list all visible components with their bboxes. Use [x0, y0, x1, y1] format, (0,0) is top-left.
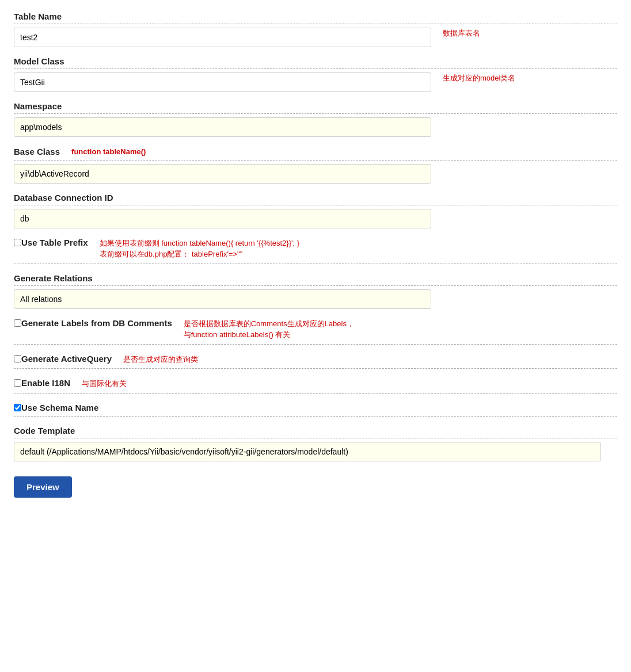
generate-relations-group: Generate Relations: [14, 273, 617, 309]
use-table-prefix-label: Use Table Prefix: [21, 238, 88, 247]
generate-labels-left: Generate Labels from DB Comments: [14, 318, 172, 328]
use-schema-name-label: Use Schema Name: [21, 403, 98, 413]
use-schema-name-group: Use Schema Name: [14, 403, 617, 417]
db-connection-group: Database Connection ID: [14, 193, 617, 228]
base-class-input[interactable]: [14, 164, 431, 184]
table-name-group: Table Name 数据库表名: [14, 12, 617, 47]
generate-labels-annotation-line1: 是否根据数据库表的Comments生成对应的Labels，: [184, 318, 354, 330]
generate-activequery-annotation: 是否生成对应的查询类: [123, 354, 198, 365]
enable-i18n-checkbox[interactable]: [14, 379, 21, 387]
use-table-prefix-annotation: 如果使用表前缀则 function tableName(){ return '{…: [100, 238, 299, 260]
code-template-label: Code Template: [14, 426, 617, 436]
generate-activequery-label: Generate ActiveQuery: [21, 354, 112, 364]
namespace-group: Namespace: [14, 101, 617, 137]
base-class-label: Base Class: [14, 147, 60, 156]
namespace-input[interactable]: [14, 117, 431, 137]
table-name-annotation: 数据库表名: [443, 28, 617, 39]
enable-i18n-annotation: 与国际化有关: [82, 378, 127, 390]
generate-labels-label: Generate Labels from DB Comments: [21, 318, 172, 328]
code-template-group: Code Template: [14, 426, 617, 461]
generate-activequery-checkbox[interactable]: [14, 355, 21, 362]
enable-i18n-group: Enable I18N 与国际化有关: [14, 378, 617, 394]
model-class-label: Model Class: [14, 56, 617, 66]
generate-labels-group: Generate Labels from DB Comments 是否根据数据库…: [14, 318, 617, 345]
base-class-group: Base Class function tableName(): [14, 146, 617, 184]
preview-button[interactable]: Preview: [14, 476, 72, 498]
generate-activequery-left: Generate ActiveQuery: [14, 354, 112, 364]
db-connection-input[interactable]: [14, 209, 431, 228]
use-table-prefix-checkbox[interactable]: [14, 239, 21, 246]
table-name-label: Table Name: [14, 12, 617, 21]
generate-labels-annotation: 是否根据数据库表的Comments生成对应的Labels， 与function …: [184, 318, 354, 341]
generate-relations-label: Generate Relations: [14, 273, 617, 283]
code-template-input[interactable]: [14, 442, 601, 461]
generate-relations-input[interactable]: [14, 289, 431, 309]
generate-activequery-group: Generate ActiveQuery 是否生成对应的查询类: [14, 354, 617, 369]
db-connection-label: Database Connection ID: [14, 193, 617, 203]
generate-labels-annotation-line2: 与function attributeLabels() 有关: [184, 329, 354, 341]
enable-i18n-left: Enable I18N: [14, 378, 70, 388]
namespace-label: Namespace: [14, 101, 617, 111]
table-name-input[interactable]: [14, 28, 431, 47]
base-class-annotation: function tableName(): [71, 146, 617, 158]
model-class-annotation: 生成对应的model类名: [443, 72, 617, 84]
use-table-prefix-group: Use Table Prefix 如果使用表前缀则 function table…: [14, 238, 617, 264]
model-class-input[interactable]: [14, 72, 431, 92]
use-schema-name-checkbox[interactable]: [14, 404, 21, 411]
use-table-prefix-left: Use Table Prefix: [14, 238, 88, 247]
use-schema-name-left: Use Schema Name: [14, 403, 617, 413]
use-table-prefix-annotation-line2: 表前缀可以在db.php配置： tablePrefix'=>"": [100, 249, 299, 260]
enable-i18n-label: Enable I18N: [21, 378, 70, 388]
model-class-group: Model Class 生成对应的model类名: [14, 56, 617, 92]
generate-labels-checkbox[interactable]: [14, 319, 21, 327]
use-table-prefix-annotation-line1: 如果使用表前缀则 function tableName(){ return '{…: [100, 238, 299, 249]
